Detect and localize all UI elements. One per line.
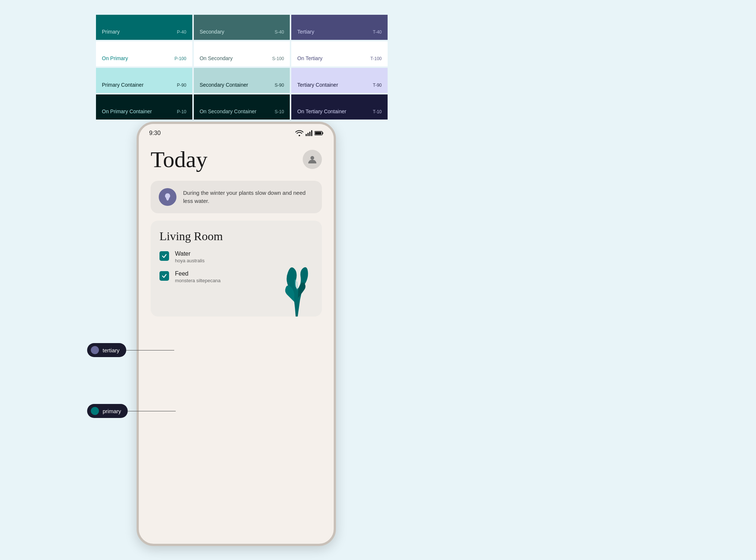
tertiary-dot xyxy=(91,346,99,354)
status-icons xyxy=(295,130,323,136)
swatch-s-40: SecondaryS-40 xyxy=(194,15,290,40)
swatch-s-90: Secondary ContainerS-90 xyxy=(194,68,290,93)
swatch-p-10: On Primary ContainerP-10 xyxy=(96,94,192,120)
tertiary-label: tertiary xyxy=(103,347,120,353)
svg-rect-0 xyxy=(306,134,307,136)
palette-grid: PrimaryP-40SecondaryS-40TertiaryT-40On P… xyxy=(96,15,388,120)
palette-section: PrimaryP-40SecondaryS-40TertiaryT-40On P… xyxy=(96,15,388,120)
swatch-t-100: On TertiaryT-100 xyxy=(291,41,388,66)
svg-rect-5 xyxy=(322,132,323,134)
check-icon-1 xyxy=(162,253,167,259)
bulb-icon xyxy=(159,188,176,206)
user-icon xyxy=(307,155,317,164)
swatch-p-40: PrimaryP-40 xyxy=(96,15,192,40)
task-checkbox-2[interactable] xyxy=(159,271,169,281)
phone-frame: 9:30 xyxy=(137,122,336,546)
svg-rect-9 xyxy=(167,200,168,201)
swatch-s-10: On Secondary ContainerS-10 xyxy=(194,94,290,120)
svg-rect-1 xyxy=(307,133,309,136)
swatch-p-90: Primary ContainerP-90 xyxy=(96,68,192,93)
svg-rect-6 xyxy=(315,132,322,135)
primary-line xyxy=(128,411,176,411)
plant-illustration xyxy=(274,250,318,317)
swatch-p-100: On PrimaryP-100 xyxy=(96,41,192,66)
phone-wrapper: 9:30 xyxy=(137,122,336,546)
task-main-2: Feed xyxy=(175,270,221,277)
svg-point-7 xyxy=(310,156,314,160)
info-text: During the winter your plants slow down … xyxy=(183,189,314,205)
tertiary-pill: tertiary xyxy=(87,343,126,357)
task-text-2: Feed monstera siltepecana xyxy=(175,270,221,284)
app-header: Today xyxy=(151,147,322,172)
wifi-icon xyxy=(295,130,303,136)
phone-content: Today During the winter y xyxy=(139,139,334,537)
annotation-primary: primary xyxy=(87,404,176,418)
lightbulb-svg xyxy=(163,192,172,202)
plant-svg xyxy=(274,250,318,317)
svg-rect-2 xyxy=(309,132,310,136)
swatch-t-40: TertiaryT-40 xyxy=(291,15,388,40)
signal-icon xyxy=(306,130,312,136)
status-time: 9:30 xyxy=(149,130,161,136)
svg-rect-3 xyxy=(311,130,312,136)
swatch-t-90: Tertiary ContainerT-90 xyxy=(291,68,388,93)
task-checkbox-1[interactable] xyxy=(159,251,169,261)
primary-dot xyxy=(91,407,99,415)
annotation-tertiary: tertiary xyxy=(87,343,174,357)
swatch-t-10: On Tertiary ContainerT-10 xyxy=(291,94,388,120)
tertiary-line xyxy=(126,350,174,350)
app-title: Today xyxy=(151,147,207,172)
info-card: During the winter your plants slow down … xyxy=(151,181,322,213)
primary-pill: primary xyxy=(87,404,128,418)
status-bar: 9:30 xyxy=(139,124,334,139)
avatar-button[interactable] xyxy=(303,150,322,169)
swatch-s-100: On SecondaryS-100 xyxy=(194,41,290,66)
primary-label: primary xyxy=(103,408,121,414)
task-sub-2: monstera siltepecana xyxy=(175,278,221,283)
check-icon-2 xyxy=(162,273,167,279)
battery-icon xyxy=(315,131,323,136)
tasks-card: Living Room Water hoya australis xyxy=(151,221,322,317)
svg-rect-8 xyxy=(166,199,169,200)
task-main-1: Water xyxy=(175,250,205,257)
room-title: Living Room xyxy=(159,229,313,243)
task-sub-1: hoya australis xyxy=(175,258,205,263)
task-text-1: Water hoya australis xyxy=(175,250,205,264)
